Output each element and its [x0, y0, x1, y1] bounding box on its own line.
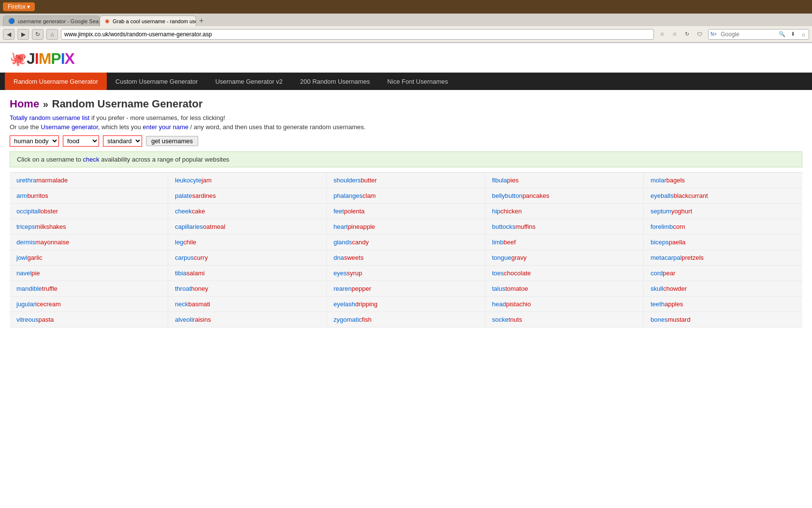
username-cell[interactable]: cheekcake [168, 204, 327, 219]
username-food-part: fish [362, 316, 372, 323]
totally-random-link[interactable]: Totally random username list [10, 114, 89, 121]
search-submit-button[interactable]: 🔍 [777, 31, 787, 37]
username-body-part: alveoli [175, 316, 193, 323]
reload-icon[interactable]: ↻ [682, 29, 693, 40]
username-cell[interactable]: capillariesoatmeal [168, 219, 327, 235]
tab-jimpix[interactable]: ◉ Grab a cool username - random user... … [100, 15, 196, 26]
breadcrumb-separator: » [43, 99, 48, 109]
username-body-part: talus [492, 285, 505, 292]
enter-name-link[interactable]: enter your name [143, 123, 188, 131]
nav-random-username-generator[interactable]: Random Username Generator [5, 73, 107, 90]
nav-nice-font-usernames[interactable]: Nice Font Usernames [378, 73, 457, 90]
username-cell[interactable]: tricepsmilkshakes [10, 219, 168, 235]
username-cell[interactable]: shouldersbutter [327, 173, 485, 188]
desc3: / any word, and then uses that to genera… [188, 123, 365, 131]
username-cell[interactable]: eyessyrup [327, 266, 485, 281]
search-arrow-icon[interactable]: ⬇ [787, 29, 798, 40]
nav-200-random-usernames[interactable]: 200 Random Usernames [291, 73, 379, 90]
new-tab-button[interactable]: + [196, 15, 206, 26]
nav-custom-username-generator[interactable]: Custom Username Generator [107, 73, 207, 90]
username-cell[interactable]: bellybuttonpancakes [485, 188, 644, 204]
username-food-part: burritos [27, 192, 48, 199]
username-cell[interactable]: socketnuts [485, 312, 644, 328]
username-cell[interactable]: limbbeef [485, 235, 644, 250]
username-cell[interactable]: dermismayonnaise [10, 235, 168, 250]
username-cell[interactable]: palatesardines [168, 188, 327, 204]
category1-select[interactable]: human body animals nature colours sport [10, 135, 59, 147]
username-cell[interactable]: metacarpalpretzels [644, 250, 802, 266]
username-body-part: molar [651, 177, 667, 184]
username-cell[interactable]: feetpolenta [327, 204, 485, 219]
url-bar[interactable] [61, 29, 654, 40]
home-button[interactable]: ⌂ [46, 29, 58, 40]
search-bar[interactable]: N+ 🔍 ⬇ ⌂ [708, 29, 809, 40]
username-cell[interactable]: navelpie [10, 266, 168, 281]
username-cell[interactable]: occipitallobster [10, 204, 168, 219]
username-cell[interactable]: tibiasalami [168, 266, 327, 281]
username-body-part: throat [175, 285, 191, 292]
username-cell[interactable]: forelimbcorn [644, 219, 802, 235]
username-body-part: neck [175, 300, 188, 308]
style-select[interactable]: standard short long [103, 135, 142, 147]
username-cell[interactable]: bicepspaella [644, 235, 802, 250]
username-cell[interactable]: mandibletruffle [10, 281, 168, 297]
username-body-part: tibia [175, 269, 187, 277]
username-cell[interactable]: septumyoghurt [644, 204, 802, 219]
category2-select[interactable]: food drinks sport nature animals [63, 135, 99, 147]
nav-username-generator-v2[interactable]: Username Generator v2 [206, 73, 291, 90]
username-body-part: biceps [651, 239, 669, 246]
username-cell[interactable]: throathoney [168, 281, 327, 297]
tab-google-search[interactable]: 🔵 username generator - Google Search [3, 15, 100, 26]
username-food-part: pasta [39, 316, 54, 323]
search-input[interactable] [719, 30, 777, 39]
username-cell[interactable]: fibulapies [485, 173, 644, 188]
username-gen-link[interactable]: Username generator [41, 123, 98, 131]
username-cell[interactable]: buttocksmuffins [485, 219, 644, 235]
username-cell[interactable]: tonguegravy [485, 250, 644, 266]
username-cell[interactable]: headpistachio [485, 297, 644, 312]
username-cell[interactable]: bonesmustard [644, 312, 802, 328]
home-nav-icon[interactable]: ⌂ [798, 29, 809, 40]
username-food-part: corn [673, 223, 685, 230]
username-cell[interactable]: hipchicken [485, 204, 644, 219]
username-food-part: sardines [192, 192, 216, 199]
username-body-part: carpus [175, 254, 194, 261]
bookmark-icon2[interactable]: ☆ [669, 29, 680, 40]
username-cell[interactable]: jugularicecream [10, 297, 168, 312]
logo-m: M [39, 50, 51, 67]
username-cell[interactable]: glandscandy [327, 235, 485, 250]
username-cell[interactable]: cordpear [644, 266, 802, 281]
username-cell[interactable]: toeschocolate [485, 266, 644, 281]
check-link[interactable]: check [83, 156, 100, 163]
username-cell[interactable]: armburritos [10, 188, 168, 204]
username-cell[interactable]: phalangesclam [327, 188, 485, 204]
username-cell[interactable]: urethramarmalade [10, 173, 168, 188]
username-cell[interactable]: eyelashdripping [327, 297, 485, 312]
username-cell[interactable]: neckbasmati [168, 297, 327, 312]
breadcrumb-home-link[interactable]: Home [10, 98, 39, 110]
firefox-button[interactable]: Firefox ▾ [3, 2, 35, 11]
bookmark-icon[interactable]: ☆ [657, 29, 667, 40]
username-food-part: butter [361, 177, 377, 184]
username-body-part: dermis [16, 239, 35, 246]
username-cell[interactable]: zygomaticfish [327, 312, 485, 328]
get-usernames-button[interactable]: get usernames [146, 136, 198, 146]
username-cell[interactable]: rearenpepper [327, 281, 485, 297]
username-cell[interactable]: skullchowder [644, 281, 802, 297]
username-cell[interactable]: teethapples [644, 297, 802, 312]
username-cell[interactable]: jowlgarlic [10, 250, 168, 266]
forward-button[interactable]: ▶ [17, 29, 29, 40]
username-cell[interactable]: legchile [168, 235, 327, 250]
username-cell[interactable]: dnasweets [327, 250, 485, 266]
username-cell[interactable]: carpuscurry [168, 250, 327, 266]
username-cell[interactable]: heartpineapple [327, 219, 485, 235]
reload-button[interactable]: ↻ [32, 29, 44, 40]
back-button[interactable]: ◀ [3, 29, 14, 40]
username-cell[interactable]: leukocytejam [168, 173, 327, 188]
username-cell[interactable]: eyeballsblackcurrant [644, 188, 802, 204]
username-cell[interactable]: talustomatoe [485, 281, 644, 297]
username-cell[interactable]: vitreouspasta [10, 312, 168, 328]
username-cell[interactable]: molarbagels [644, 173, 802, 188]
username-body-part: eyelash [334, 300, 355, 308]
username-cell[interactable]: alveoliraisins [168, 312, 327, 328]
